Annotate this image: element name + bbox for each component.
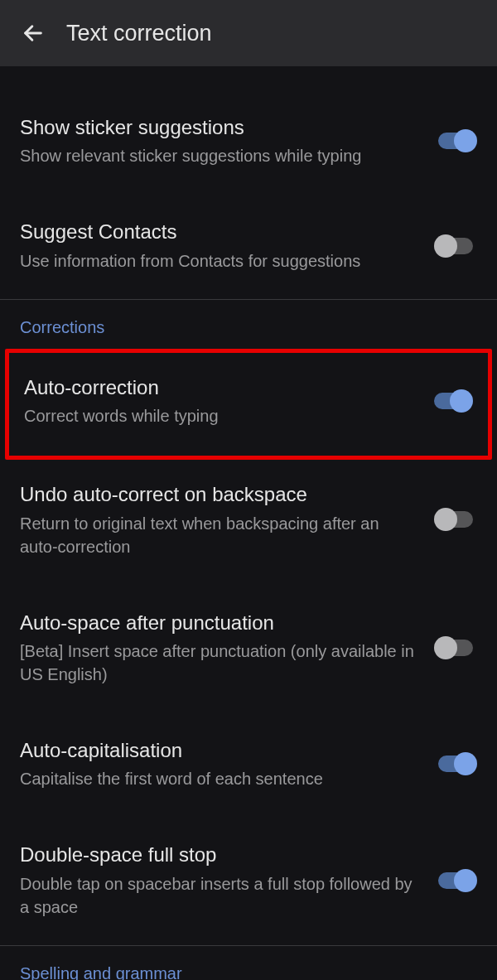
setting-title: Auto-capitalisation xyxy=(20,737,417,764)
setting-text: Auto-capitalisation Capitalise the first… xyxy=(20,737,434,790)
setting-auto-capitalisation[interactable]: Auto-capitalisation Capitalise the first… xyxy=(0,722,497,805)
setting-suggest-contacts[interactable]: Suggest Contacts Use information from Co… xyxy=(0,204,497,287)
setting-subtitle: Return to original text when backspacing… xyxy=(20,512,417,558)
setting-text: Auto-space after punctuation [Beta] Inse… xyxy=(20,610,434,686)
setting-title: Suggest Contacts xyxy=(20,219,417,245)
section-header-corrections: Corrections xyxy=(0,300,497,345)
toggle-auto-space[interactable] xyxy=(434,635,477,660)
setting-title: Auto-correction xyxy=(24,374,413,401)
setting-subtitle: Show relevant sticker suggestions while … xyxy=(20,144,417,167)
setting-subtitle: Capitalise the first word of each senten… xyxy=(20,767,417,790)
page-title: Text correction xyxy=(66,21,212,46)
back-arrow-icon[interactable] xyxy=(17,17,50,50)
setting-text: Double-space full stop Double tap on spa… xyxy=(20,842,434,918)
section-header-spelling: Spelling and grammar xyxy=(0,946,497,980)
setting-double-space[interactable]: Double-space full stop Double tap on spa… xyxy=(0,827,497,933)
toggle-suggest-contacts[interactable] xyxy=(434,234,477,258)
toggle-undo-auto-correct[interactable] xyxy=(434,507,477,532)
setting-title: Double-space full stop xyxy=(20,842,417,868)
toggle-double-space[interactable] xyxy=(434,868,477,893)
setting-title: Auto-space after punctuation xyxy=(20,610,417,636)
settings-list: Show sticker suggestions Show relevant s… xyxy=(0,66,497,980)
setting-auto-space[interactable]: Auto-space after punctuation [Beta] Inse… xyxy=(0,595,497,701)
setting-text: Undo auto-correct on backspace Return to… xyxy=(20,481,434,558)
highlight-box: Auto-correction Correct words while typi… xyxy=(5,349,492,460)
setting-subtitle: Use information from Contacts for sugges… xyxy=(20,249,417,273)
setting-text: Auto-correction Correct words while typi… xyxy=(24,374,430,427)
setting-subtitle: Correct words while typing xyxy=(24,404,413,427)
setting-subtitle: [Beta] Insert space after punctuation (o… xyxy=(20,640,417,686)
app-header: Text correction xyxy=(0,0,497,66)
setting-subtitle: Double tap on spacebar inserts a full st… xyxy=(20,872,417,919)
toggle-auto-capitalisation[interactable] xyxy=(434,751,477,776)
setting-text: Suggest Contacts Use information from Co… xyxy=(20,219,434,272)
setting-text: Show sticker suggestions Show relevant s… xyxy=(20,114,434,167)
setting-undo-auto-correct[interactable]: Undo auto-correct on backspace Return to… xyxy=(0,466,497,572)
setting-title: Undo auto-correct on backspace xyxy=(20,481,417,508)
setting-title: Show sticker suggestions xyxy=(20,114,417,141)
setting-sticker-suggestions[interactable]: Show sticker suggestions Show relevant s… xyxy=(0,99,497,182)
toggle-sticker-suggestions[interactable] xyxy=(434,128,477,153)
toggle-auto-correction[interactable] xyxy=(430,389,473,413)
setting-auto-correction[interactable]: Auto-correction Correct words while typi… xyxy=(9,360,488,442)
